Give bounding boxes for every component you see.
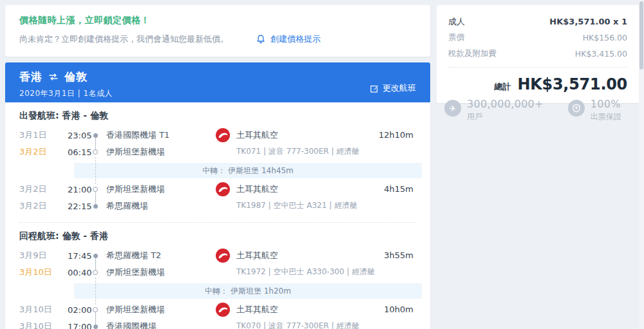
stop-date: 3月10日 <box>19 321 68 329</box>
price-row-value: HK$156.00 <box>583 33 627 42</box>
turkish-airlines-logo-icon <box>216 128 230 142</box>
users-badge: ✈ 300,000,000+ 用戶 <box>444 98 544 122</box>
timeline-dot-hollow <box>91 270 100 275</box>
edit-icon <box>370 84 379 93</box>
price-row-label: 稅款及附加費 <box>448 48 497 59</box>
stop-airport: 伊斯坦堡新機場 <box>106 183 165 195</box>
round-trip-arrows-icon <box>48 73 59 80</box>
stop-time: 21:00 <box>68 185 91 194</box>
airplane-icon: ✈ <box>444 100 461 117</box>
airline-info: 土耳其航空 TK1987 | 空中巴士 A321 | 經濟艙 <box>216 181 357 213</box>
total-value: HK$3,571.00 <box>517 75 627 93</box>
create-price-alert-link[interactable]: 創建價格提示 <box>256 33 321 45</box>
total-row: 總計 HK$3,571.00 <box>448 75 627 93</box>
stop-airport: 伊斯坦堡新機場 <box>106 304 165 315</box>
stop-airport: 伊斯坦堡新機場 <box>106 267 165 278</box>
stop-time: 17:45 <box>68 251 91 261</box>
flight-leg: 3月10日 02:00 伊斯坦堡新機場 3月10日 17:00 香港國際機場 <box>19 301 413 329</box>
flight-leg: 3月2日 21:00 伊斯坦堡新機場 3月2日 22:15 希思羅機場 <box>19 181 413 214</box>
change-flight-label: 更改航班 <box>383 82 416 94</box>
timeline-dot-hollow <box>91 149 100 155</box>
price-summary-panel: 成人 HK$3,571.00 x 1 票價 HK$156.00 稅款及附加費 H… <box>437 5 639 103</box>
shield-icon <box>568 100 585 117</box>
price-row-value: HK$3,415.00 <box>575 49 627 59</box>
outbound-section: 出發航班: 香港 - 倫敦 3月1日 23:05 香港國際機場 T1 3月2日 … <box>5 102 430 214</box>
users-caption: 用戶 <box>467 111 544 122</box>
scrollbar-track[interactable] <box>639 0 644 329</box>
itinerary-header: 香港 倫敦 2020年3月1日 | 1名成人 更改航班 <box>5 62 430 102</box>
timeline-dashed-connector <box>95 277 96 305</box>
main-column: 價格隨時上漲，立即鎖定價格！ 尚未肯定？立即創建價格提示，我們會通知您最新低價。… <box>5 5 430 329</box>
itinerary-card: 香港 倫敦 2020年3月1日 | 1名成人 更改航班 <box>5 62 430 329</box>
price-row-adult: 成人 HK$3,571.00 x 1 <box>448 14 627 30</box>
price-row-taxes: 稅款及附加費 HK$3,415.00 <box>448 46 627 62</box>
airline-name: 土耳其航空 <box>236 301 359 318</box>
flight-details: TK071 | 波音 777-300ER | 經濟艙 <box>236 144 359 159</box>
flight-leg: 3月9日 17:45 希思羅機場 T2 3月10日 00:40 伊斯坦堡新機場 <box>19 247 413 281</box>
timeline-dot-hollow <box>91 307 100 312</box>
stop-date: 3月2日 <box>19 183 68 195</box>
route-title: 香港 倫敦 <box>19 70 416 84</box>
airline-info: 土耳其航空 TK070 | 波音 777-300ER | 經濟艙 <box>216 301 359 329</box>
price-alert-card: 價格隨時上漲，立即鎖定價格！ 尚未肯定？立即創建價格提示，我們會通知您最新低價。… <box>5 5 430 57</box>
turkish-airlines-logo-icon <box>216 182 230 196</box>
turkish-airlines-logo-icon <box>216 249 230 263</box>
timeline-dot-solid <box>91 324 100 329</box>
price-row-value: HK$3,571.00 x 1 <box>549 17 627 26</box>
create-price-alert-label: 創建價格提示 <box>270 33 321 45</box>
flight-leg: 3月1日 23:05 香港國際機場 T1 3月2日 06:15 伊斯坦堡新機場 <box>19 127 413 160</box>
turkish-airlines-logo-icon <box>216 303 230 317</box>
transfer-banner: 中轉： 伊斯坦堡 1h20m <box>74 283 422 299</box>
timeline-dot-solid <box>91 254 100 258</box>
airline-name: 土耳其航空 <box>236 127 359 144</box>
airline-name: 土耳其航空 <box>236 247 375 264</box>
stop-date: 3月10日 <box>19 267 68 278</box>
timeline-dot-solid <box>91 204 100 209</box>
stop-time: 06:15 <box>68 147 91 157</box>
transfer-banner: 中轉： 伊斯坦堡 14h45m <box>74 163 422 178</box>
stop-date: 3月2日 <box>19 146 68 158</box>
stop-airport: 希思羅機場 T2 <box>106 250 161 261</box>
stop-time: 00:40 <box>68 268 91 277</box>
stop-airport: 香港國際機場 <box>106 321 156 329</box>
trust-badges: ✈ 300,000,000+ 用戶 100% 出票保證 <box>444 98 621 122</box>
stop-time: 22:15 <box>68 202 91 211</box>
stop-date: 3月2日 <box>19 200 68 212</box>
price-alert-subtext: 尚未肯定？立即創建價格提示，我們會通知您最新低價。 <box>19 33 229 45</box>
stop-time: 02:00 <box>68 305 91 315</box>
flight-details: TK1972 | 空中巴士 A330-300 | 經濟艙 <box>236 264 375 279</box>
outbound-title: 出發航班: 香港 - 倫敦 <box>19 102 413 127</box>
stop-date: 3月9日 <box>19 250 68 261</box>
timeline-dot-hollow <box>91 187 100 192</box>
price-row-fare: 票價 HK$156.00 <box>448 30 627 46</box>
stop-time: 23:05 <box>68 131 91 140</box>
guarantee-badge: 100% 出票保證 <box>568 98 621 122</box>
price-row-label: 票價 <box>448 32 464 43</box>
timeline-dot-solid <box>91 133 100 138</box>
stop-date: 3月10日 <box>19 304 68 315</box>
flight-details: TK1987 | 空中巴士 A321 | 經濟艙 <box>236 198 357 213</box>
scrollbar-thumb[interactable] <box>639 1 643 70</box>
leg-duration: 12h10m <box>379 127 413 144</box>
timeline-dashed-connector <box>95 157 96 184</box>
airline-info: 土耳其航空 TK1972 | 空中巴士 A330-300 | 經濟艙 <box>216 247 375 279</box>
route-destination: 倫敦 <box>64 70 88 84</box>
stop-airport: 香港國際機場 T1 <box>106 129 169 141</box>
change-flight-button[interactable]: 更改航班 <box>370 82 416 94</box>
route-origin: 香港 <box>19 70 43 84</box>
price-alert-headline: 價格隨時上漲，立即鎖定價格！ <box>19 15 416 26</box>
stop-time: 17:00 <box>68 322 91 329</box>
leg-duration: 3h55m <box>384 247 413 264</box>
stop-airport: 伊斯坦堡新機場 <box>106 146 165 158</box>
users-count: 300,000,000+ <box>467 98 544 110</box>
return-title: 回程航班: 倫敦 - 香港 <box>19 223 413 247</box>
leg-duration: 10h0m <box>384 301 413 318</box>
guarantee-caption: 出票保證 <box>591 111 621 122</box>
bell-refresh-icon <box>256 34 266 44</box>
transfer-label: 中轉： 伊斯坦堡 1h20m <box>205 286 291 297</box>
stop-date: 3月1日 <box>19 129 68 141</box>
flight-details: TK070 | 波音 777-300ER | 經濟艙 <box>236 318 359 329</box>
leg-duration: 4h15m <box>384 181 413 198</box>
price-divider <box>448 67 627 68</box>
transfer-label: 中轉： 伊斯坦堡 14h45m <box>202 165 293 176</box>
